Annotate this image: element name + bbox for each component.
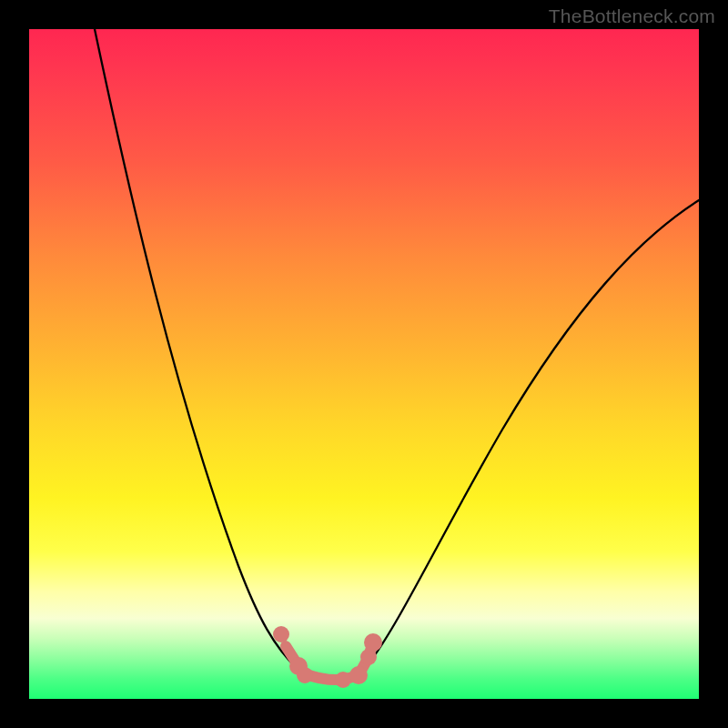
marker-dot-bottom-right [349, 666, 368, 684]
marker-dot-top-left [273, 626, 289, 642]
curve-overlay [29, 29, 699, 699]
marker-dot-bottom-left [297, 667, 313, 683]
attribution-text: TheBottleneck.com [549, 5, 715, 27]
chart-container: TheBottleneck.com [0, 0, 728, 728]
marker-dot-bottom [335, 672, 351, 688]
marker-dot-top-right [364, 633, 382, 652]
marker-dot-right [360, 649, 377, 665]
curve-right-branch [364, 200, 699, 669]
curve-left-branch [95, 29, 298, 669]
